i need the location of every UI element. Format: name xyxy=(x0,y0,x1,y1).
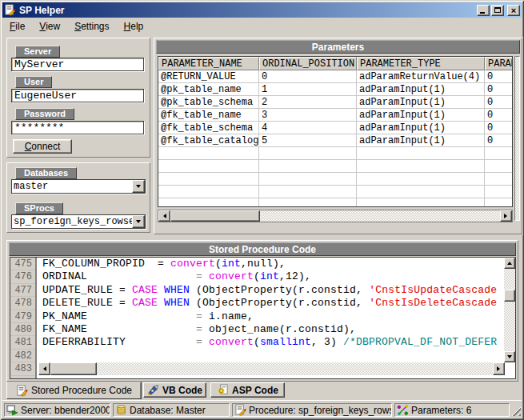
column-header-param: PARAM xyxy=(485,57,513,70)
status-panel: Procedure: sp_foreign_keys_rowset xyxy=(232,403,392,417)
line-number: 483 xyxy=(10,362,35,375)
table-cell xyxy=(259,160,357,173)
table-cell: 2 xyxy=(259,96,357,109)
table-cell: 0 xyxy=(485,134,513,147)
table-row[interactable]: @pk_table_schema2adParamInput(1)0 xyxy=(158,96,512,109)
table-cell: @RETURN_VALUE xyxy=(158,70,259,83)
table-row[interactable]: @fk_table_catalog5adParamInput(1)0 xyxy=(158,134,512,147)
parameters-header-row: PARAMETER_NAMEORDINAL_POSITIONPARAMETER_… xyxy=(158,57,512,70)
asp-icon xyxy=(217,384,229,396)
table-cell: @fk_table_catalog xyxy=(158,134,259,147)
chevron-down-icon xyxy=(136,220,141,226)
scroll-right-button[interactable] xyxy=(500,210,512,222)
line-number: 480 xyxy=(10,323,35,336)
table-cell: 0 xyxy=(485,109,513,122)
scroll-right-icon xyxy=(504,214,510,218)
parameters-vscrollbar[interactable] xyxy=(514,56,520,221)
status-panel: Server: bbender2000s xyxy=(4,403,110,417)
code-editor[interactable]: 475476477478479480481482483 FK_COLUMN_PR… xyxy=(10,257,516,379)
server-label: Server xyxy=(15,46,60,58)
table-cell: adParamInput(1) xyxy=(357,83,485,96)
vb-icon xyxy=(147,384,159,396)
table-row[interactable] xyxy=(158,160,512,173)
table-row[interactable]: @pk_table_name1adParamInput(1)0 xyxy=(158,83,512,96)
scroll-down-button[interactable] xyxy=(504,351,515,362)
databases-label: Databases xyxy=(15,167,77,179)
table-row[interactable] xyxy=(158,147,512,160)
code-hscroll-thumb[interactable] xyxy=(50,362,97,375)
sprocs-dropdown-button[interactable] xyxy=(132,215,145,228)
scroll-up-button[interactable] xyxy=(504,258,515,269)
menu-file[interactable]: File xyxy=(2,18,32,34)
table-cell: @pk_table_schema xyxy=(158,96,259,109)
table-cell: 5 xyxy=(259,134,357,147)
tab-label: Stored Procedure Code xyxy=(31,385,132,396)
tab-bar: Stored Procedure CodeVB CodeASP Code xyxy=(6,382,518,400)
tab-label: VB Code xyxy=(162,385,202,396)
scroll-up-icon xyxy=(507,259,512,265)
parameters-hscrollbar[interactable] xyxy=(158,210,513,222)
window-title: SP Helper xyxy=(19,5,475,16)
minimize-button[interactable] xyxy=(477,5,490,16)
scroll-left-button[interactable] xyxy=(158,210,170,222)
scroll-left-icon xyxy=(41,366,46,371)
status-bar: Server: bbender2000sDatabase: MasterProc… xyxy=(2,400,522,418)
tab-vb-code[interactable]: VB Code xyxy=(143,382,206,398)
table-cell: adParamReturnValue(4) xyxy=(357,70,485,83)
menu-help[interactable]: Help xyxy=(117,18,151,34)
table-row[interactable]: @fk_table_schema4adParamInput(1)0 xyxy=(158,122,512,134)
table-cell xyxy=(259,173,357,186)
code-line: ORDINAL = convert(int,12), xyxy=(38,270,504,283)
table-cell: adParamInput(1) xyxy=(357,134,485,147)
databases-select[interactable]: master xyxy=(11,179,146,194)
code-vscroll-thumb[interactable] xyxy=(504,290,515,302)
line-number: 478 xyxy=(10,297,35,310)
table-cell xyxy=(158,198,259,207)
scroll-left-button[interactable] xyxy=(38,362,50,375)
table-cell xyxy=(259,147,357,160)
parameters-grid[interactable]: PARAMETER_NAMEORDINAL_POSITIONPARAMETER_… xyxy=(158,56,513,207)
table-cell xyxy=(485,186,513,198)
line-number: 475 xyxy=(10,258,35,270)
table-row[interactable] xyxy=(158,186,512,198)
parameters-icon xyxy=(397,404,409,416)
table-cell: @pk_table_name xyxy=(158,83,259,96)
table-cell xyxy=(485,147,513,160)
line-number: 476 xyxy=(10,270,35,283)
table-cell xyxy=(158,160,259,173)
databases-value: master xyxy=(12,180,132,193)
table-row[interactable] xyxy=(158,173,512,186)
tab-asp-code[interactable]: ASP Code xyxy=(210,382,285,398)
databases-dropdown-button[interactable] xyxy=(132,180,145,193)
parameters-hscroll-thumb[interactable] xyxy=(170,210,260,222)
close-button[interactable]: × xyxy=(507,5,520,16)
table-row[interactable]: @fk_table_name3adParamInput(1)0 xyxy=(158,109,512,122)
user-input[interactable] xyxy=(11,89,144,102)
menu-settings[interactable]: Settings xyxy=(67,18,116,34)
table-cell xyxy=(259,186,357,198)
code-hscrollbar[interactable] xyxy=(38,362,505,375)
table-cell: 0 xyxy=(485,96,513,109)
app-icon[interactable] xyxy=(4,4,16,16)
server-input[interactable] xyxy=(11,58,144,71)
code-vscrollbar[interactable] xyxy=(504,258,515,362)
table-cell xyxy=(158,173,259,186)
code-line: DEFERRABILITY = convert(smallint, 3) /*D… xyxy=(38,336,504,349)
password-input[interactable] xyxy=(11,121,144,134)
sprocs-select[interactable]: sp_foreign_keys_rowse xyxy=(11,214,146,229)
connect-button[interactable]: Connect xyxy=(13,139,72,154)
table-row[interactable] xyxy=(158,198,512,207)
title-bar[interactable]: SP Helper × xyxy=(2,2,522,18)
tab-stored-procedure-code[interactable]: Stored Procedure Code xyxy=(6,382,142,399)
maximize-button[interactable] xyxy=(491,5,504,16)
maximize-icon xyxy=(494,7,501,13)
parameters-title: Parameters xyxy=(156,40,520,54)
code-lines: FK_COLUMN_PROPID = convert(int,null),ORD… xyxy=(38,258,504,378)
procedure-icon xyxy=(16,385,28,397)
sprocs-value: sp_foreign_keys_rowse xyxy=(12,215,132,228)
table-cell: 0 xyxy=(259,70,357,83)
menu-view[interactable]: View xyxy=(32,18,67,34)
scroll-right-button[interactable] xyxy=(493,362,505,375)
table-row[interactable]: @RETURN_VALUE0adParamReturnValue(4)0 xyxy=(158,70,512,83)
resize-grip[interactable] xyxy=(510,406,521,416)
